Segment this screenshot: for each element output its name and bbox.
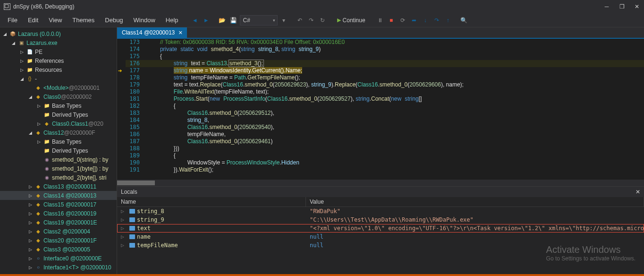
horizontal-scrollbar[interactable] xyxy=(117,180,644,186)
tree-class2[interactable]: ▷◆Class2 @0200004 xyxy=(0,227,117,236)
code-text[interactable]: string tempFileName = Path.GetTempFileNa… xyxy=(146,74,300,81)
code-editor[interactable]: 173 // Token: 0x06000038 RID: 56 RVA: 0x… xyxy=(117,39,644,180)
tree-derivedtypes[interactable]: 📁Derived Types xyxy=(0,110,117,119)
continue-button[interactable]: ▶Continue xyxy=(333,16,369,25)
undo-icon[interactable]: ↶ xyxy=(295,15,305,26)
menu-help[interactable]: Help xyxy=(161,15,183,26)
code-line[interactable]: 173 // Token: 0x06000038 RID: 56 RVA: 0x… xyxy=(117,39,644,46)
tree-class20[interactable]: ▷◆Class20 @0200001F xyxy=(0,236,117,245)
tree-class13[interactable]: ▷◆Class13 @02000011 xyxy=(0,182,117,191)
menu-edit[interactable]: Edit xyxy=(23,15,43,26)
menu-window[interactable]: Window xyxy=(129,15,160,26)
code-line[interactable]: 182 { xyxy=(117,103,644,110)
nav-forward-icon[interactable]: ► xyxy=(201,15,212,26)
code-text[interactable]: text = text.Replace(Class16.smethod_0(20… xyxy=(146,81,464,88)
step-into-icon[interactable]: ↓ xyxy=(420,15,431,26)
code-line[interactable]: 188 })) xyxy=(117,145,644,152)
tree-class0[interactable]: ◢◆Class0 @02000002 xyxy=(0,92,117,101)
menu-view[interactable]: View xyxy=(44,15,67,26)
locals-row[interactable]: ▷tempFileNamenull xyxy=(117,241,644,250)
tree-class12[interactable]: ◢◆Class12 @0200000F xyxy=(0,128,117,137)
code-text[interactable]: { xyxy=(146,103,176,110)
tree-pe[interactable]: ▷📄PE xyxy=(0,47,117,56)
save-icon[interactable]: 💾 xyxy=(229,15,239,26)
open-icon[interactable]: 📂 xyxy=(217,15,228,26)
code-line[interactable]: ➔177 string name = WindowsIdentity.GetCu… xyxy=(117,67,644,74)
stop-icon[interactable]: ■ xyxy=(386,15,397,26)
code-text[interactable]: Class16.smethod_0(2050629461) xyxy=(146,138,273,145)
tree-references[interactable]: ▷📁References xyxy=(0,56,117,65)
code-line[interactable]: 187 Class16.smethod_0(2050629461) xyxy=(117,138,644,145)
tree-interface0[interactable]: ▷○Interface0 @0200000E xyxy=(0,254,117,263)
combo-dropdown-icon[interactable]: ▾ xyxy=(279,15,289,26)
code-line[interactable]: 180 File.WriteAllText(tempFileName, text… xyxy=(117,88,644,95)
tree-smethod2[interactable]: ◉smethod_2(byte[], stri xyxy=(0,173,117,182)
locals-row[interactable]: ▷text"<?xml version=\"1.0\" encoding=\"U… xyxy=(117,224,644,233)
maximize-button[interactable]: ❐ xyxy=(619,3,625,10)
code-text[interactable]: }).WaitForExit(); xyxy=(146,166,213,173)
col-name[interactable]: Name xyxy=(117,197,306,207)
code-line[interactable]: 174 private static void smethod_4(string… xyxy=(117,46,644,53)
menu-themes[interactable]: Themes xyxy=(68,15,99,26)
tree-interface1[interactable]: ▷○Interface1<T> @02000010 xyxy=(0,263,117,272)
assembly-explorer[interactable]: ◢📦Lazarus (0.0.0.0) ◢▣Lazarus.exe ▷📄PE ▷… xyxy=(0,27,117,274)
code-text[interactable]: // Token: 0x06000038 RID: 56 RVA: 0x0000… xyxy=(146,39,345,46)
redo-arrow-icon[interactable]: ↷ xyxy=(306,15,316,26)
search-icon[interactable]: 🔍 xyxy=(459,15,469,26)
tree-module[interactable]: ◆<Module> @02000001 xyxy=(0,83,117,92)
tree-class3[interactable]: ▷◆Class3 @0200005 xyxy=(0,245,117,254)
menu-file[interactable]: File xyxy=(3,15,22,26)
locals-row[interactable]: ▷string_9"C:\\Users\\Test\\AppData\\Roam… xyxy=(117,216,644,224)
code-text[interactable]: string name = WindowsIdentity.GetCurrent… xyxy=(146,67,302,74)
step-out-icon[interactable]: ↑ xyxy=(443,15,453,26)
locals-row[interactable]: ▷namenull xyxy=(117,233,644,241)
tree-assembly[interactable]: ◢📦Lazarus (0.0.0.0) xyxy=(0,29,117,38)
code-text[interactable]: { xyxy=(146,53,162,60)
pause-icon[interactable]: ⏸ xyxy=(375,15,385,26)
nav-back-icon[interactable]: ◄ xyxy=(190,15,200,26)
restart-icon[interactable]: ⟳ xyxy=(398,15,408,26)
tree-class15[interactable]: ▷◆Class15 @02000017 xyxy=(0,200,117,209)
code-line[interactable]: 175 { xyxy=(117,53,644,60)
code-line[interactable]: 184 string_8, xyxy=(117,117,644,124)
minimize-button[interactable]: ─ xyxy=(603,3,610,10)
tree-namespace[interactable]: ◢{}- xyxy=(0,74,117,83)
tree-resources[interactable]: ▷📁Resources xyxy=(0,65,117,74)
locals-row[interactable]: ▷string_8"RWDaPuk" xyxy=(117,207,644,216)
language-combo[interactable]: C# xyxy=(240,15,278,26)
redo-icon[interactable]: ↻ xyxy=(317,15,328,26)
step-arrow-icon[interactable]: ➦ xyxy=(409,15,419,26)
code-line[interactable]: 190 WindowStyle = ProcessWindowStyle.Hid… xyxy=(117,159,644,166)
code-text[interactable]: File.WriteAllText(tempFileName, text); xyxy=(146,88,269,95)
code-text[interactable]: tempFileName, xyxy=(146,131,226,138)
code-text[interactable]: Class16.smethod_0(2050629512), xyxy=(146,110,274,117)
tree-basetypes[interactable]: ▷📁Base Types xyxy=(0,101,117,110)
code-line[interactable]: 189 { xyxy=(117,152,644,159)
tree-class0class1[interactable]: ▷◆Class0.Class1 @020 xyxy=(0,119,117,128)
code-text[interactable]: { xyxy=(146,152,176,159)
code-line[interactable]: 183 Class16.smethod_0(2050629512), xyxy=(117,110,644,117)
tree-class16[interactable]: ▷◆Class16 @02000019 xyxy=(0,209,117,218)
close-button[interactable]: ✕ xyxy=(634,3,640,10)
code-text[interactable]: Class16.smethod_0(2050629540), xyxy=(146,124,274,131)
code-text[interactable]: string_8, xyxy=(146,117,209,124)
tree-class19[interactable]: ▷◆Class19 @0200001E xyxy=(0,218,117,227)
tab-close-icon[interactable]: × xyxy=(178,29,182,36)
tree-smethod0[interactable]: ◉smethod_0(string) : by xyxy=(0,155,117,164)
code-text[interactable]: })) xyxy=(146,145,179,152)
tree-exe[interactable]: ◢▣Lazarus.exe xyxy=(0,38,117,47)
code-line[interactable]: 179 text = text.Replace(Class16.smethod_… xyxy=(117,81,644,88)
tree-basetypes[interactable]: ▷📁Base Types xyxy=(0,137,117,146)
menu-debug[interactable]: Debug xyxy=(100,15,127,26)
code-text[interactable]: private static void smethod_4(string str… xyxy=(146,46,321,53)
code-text[interactable]: WindowStyle = ProcessWindowStyle.Hidden xyxy=(146,159,299,166)
tab-class14[interactable]: Class14 @02000013× xyxy=(117,27,187,38)
code-line[interactable]: 176 string text = Class13.smethod_3(); xyxy=(117,60,644,67)
tree-class14[interactable]: ▷◆Class14 @02000013 xyxy=(0,191,117,200)
col-value[interactable]: Value xyxy=(306,197,644,207)
code-line[interactable]: 191 }).WaitForExit(); xyxy=(117,166,644,173)
code-line[interactable]: 181 Process.Start(new ProcessStartInfo(C… xyxy=(117,95,644,103)
code-line[interactable]: 185 Class16.smethod_0(2050629540), xyxy=(117,124,644,131)
code-text[interactable]: Process.Start(new ProcessStartInfo(Class… xyxy=(146,95,422,103)
code-line[interactable]: 178 string tempFileName = Path.GetTempFi… xyxy=(117,74,644,81)
